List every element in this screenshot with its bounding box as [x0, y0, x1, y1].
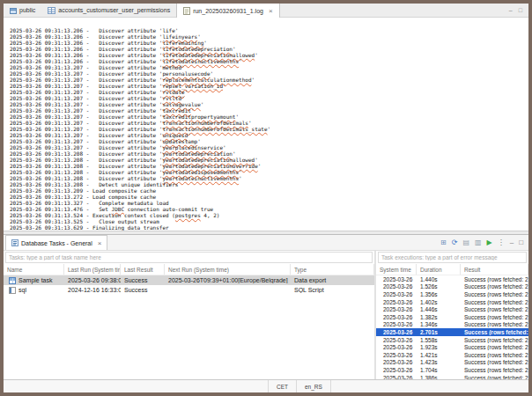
minimize-icon[interactable]: – — [510, 239, 514, 246]
log-line: 2025-03-26 09:31:13.207 - Discover attri… — [10, 132, 528, 138]
execution-row[interactable]: 2025-03-261.440sSuccess (rows fetched: 2 — [376, 275, 528, 283]
task-name: sql — [18, 287, 26, 293]
log-line: 2025-03-26 09:31:13.207 - Discover attri… — [10, 64, 528, 70]
editor-minimize-icon[interactable]: – — [509, 7, 513, 13]
log-line: 2025-03-26 09:31:13.208 - Discover attri… — [10, 169, 528, 175]
execution-row[interactable]: 2025-03-261.346sSuccess (rows fetched: 2 — [376, 321, 528, 329]
log-line: 2025-03-26 09:31:13.206 - Discover attri… — [10, 27, 528, 33]
panel-close-icon[interactable]: × — [98, 239, 102, 247]
execution-row[interactable]: 2025-03-261.402sSuccess (rows fetched: 2 — [376, 298, 528, 306]
execution-row[interactable]: 2025-03-261.382sSuccess (rows fetched: 2 — [376, 313, 528, 321]
execution-row[interactable]: 2025-03-261.446sSuccess (rows fetched: 2 — [376, 305, 528, 313]
execution-row[interactable]: 2025-03-261.421sSuccess (rows fetched: 2 — [376, 351, 528, 359]
execution-duration-cell: 1.440s — [417, 276, 461, 282]
sql-script-icon — [9, 287, 16, 294]
executions-filter-input[interactable] — [378, 252, 527, 263]
column-header[interactable]: Result — [461, 264, 528, 275]
execution-result-cell: Success (rows fetched: 2 — [461, 352, 528, 358]
task-row[interactable]: sql2024-12-16 16:33:00SuccessSQL Script — [4, 285, 374, 295]
status-spacer — [4, 380, 269, 392]
editor-maximize-icon[interactable]: □ — [519, 7, 522, 13]
task-type-cell: SQL Script — [291, 287, 374, 293]
executions-pane: System timeDurationResult 2025-03-261.44… — [376, 251, 528, 379]
tasks-filter-input[interactable] — [5, 252, 373, 263]
execution-row[interactable]: 2025-03-261.526sSuccess (rows fetched: 2 — [376, 283, 528, 291]
editor-window-buttons: – □ — [509, 4, 528, 17]
execution-row[interactable]: 2025-03-261.423sSuccess (rows fetched: 2 — [376, 359, 528, 367]
execution-duration-cell: 1.421s — [417, 352, 461, 358]
execution-duration-cell: 1.558s — [417, 337, 461, 343]
panel-body: NameLast Run (System time)Last ResultNex… — [4, 251, 528, 379]
tab-run-log[interactable]: run_202503260931_1.log × — [176, 4, 279, 18]
column-header[interactable]: Next Run (System time) — [165, 264, 291, 275]
log-line: 2025-03-26 09:31:13.207 - Discover attri… — [10, 126, 528, 132]
execution-row[interactable]: 2025-03-261.356sSuccess (rows fetched: 2 — [376, 290, 528, 298]
execution-row[interactable]: 2025-03-261.704sSuccess (rows fetched: 2 — [376, 366, 528, 374]
log-line: 2025-03-26 09:31:13.206 - Discover attri… — [10, 40, 528, 46]
log-line: 2025-03-26 09:31:13.207 - Discover attri… — [10, 83, 528, 89]
execution-time-cell: 2025-03-26 — [376, 299, 417, 305]
schema-icon — [10, 7, 17, 14]
log-line: 2025-03-26 09:31:13.207 - Discover attri… — [10, 101, 528, 107]
column-header[interactable]: Last Result — [121, 264, 165, 275]
execution-row[interactable]: 2025-03-261.923sSuccess (rows fetched: 2 — [376, 343, 528, 351]
task-row[interactable]: Sample task2025-03-26 09:38:00Success202… — [4, 275, 374, 285]
log-line: 2025-03-26 09:31:13.524 - Execution cont… — [10, 212, 528, 218]
log-line: 2025-03-26 09:31:13.207 - Discover attri… — [10, 138, 528, 144]
new-task-icon[interactable]: ⊞ — [440, 239, 447, 246]
editor-tab-bar: public accounts_customuser_user_permissi… — [4, 4, 528, 18]
task-next-run-cell: 2025-03-26T09:39+01:00[Europe/Belgrade] — [165, 277, 291, 283]
column-header[interactable]: Name — [4, 264, 64, 275]
execution-duration-cell: 1.704s — [417, 367, 461, 373]
task-last-run-cell: 2025-03-26 09:38:00 — [64, 277, 121, 283]
execution-duration-cell: 1.402s — [417, 299, 461, 305]
task-name: Sample task — [18, 277, 53, 283]
column-header[interactable]: Duration — [417, 264, 461, 275]
execution-result-cell: Success (rows fetched: 2 — [461, 344, 528, 350]
tab-database-tasks-general[interactable]: Database Tasks - General × — [5, 235, 107, 250]
tab-close-icon[interactable]: × — [269, 7, 273, 15]
execution-row[interactable]: 2025-03-261.558sSuccess (rows fetched: 2 — [376, 336, 528, 344]
execution-time-cell: 2025-03-26 — [376, 352, 417, 358]
log-line: 2025-03-26 09:31:13.208 - Discover attri… — [10, 150, 528, 157]
execution-row[interactable]: 2025-03-262.701sSuccess (rows fetched: 2 — [376, 328, 528, 336]
column-header[interactable]: Last Run (System time) — [64, 264, 121, 275]
execution-duration-cell: 1.423s — [417, 359, 461, 365]
maximize-icon[interactable]: □ — [519, 239, 523, 246]
tab-accounts-customuser-user-permissions[interactable]: accounts_customuser_user_permissions — [41, 4, 176, 17]
column-header[interactable]: System time — [376, 264, 417, 275]
execution-time-cell: 2025-03-26 — [376, 314, 417, 320]
clipboard-icon[interactable]: ▥ — [475, 239, 482, 246]
log-line: 2025-03-26 09:31:13.207 - Discover attri… — [10, 89, 528, 95]
refresh-icon[interactable]: ⟳ — [452, 239, 458, 246]
execution-result-cell: Success (rows fetched: 2 — [461, 299, 528, 305]
task-type-cell: Data export — [291, 277, 374, 283]
execution-duration-cell: 1.356s — [417, 291, 461, 297]
task-name-cell: sql — [4, 287, 64, 294]
run-task-icon[interactable]: ▶ — [487, 239, 492, 246]
log-line: 2025-03-26 09:31:13.207 - Discover attri… — [10, 107, 528, 114]
execution-result-cell: Success (rows fetched: 2 — [461, 306, 528, 312]
execution-time-cell: 2025-03-26 — [376, 329, 417, 335]
execution-time-cell: 2025-03-26 — [376, 337, 417, 343]
execution-duration-cell: 1.923s — [417, 344, 461, 350]
table-icon — [48, 7, 55, 14]
log-line: 2025-03-26 09:31:13.206 - Discover attri… — [10, 52, 528, 58]
log-line: 2025-03-26 09:31:13.476 - Set JDBC conne… — [10, 206, 528, 212]
execution-result-cell: Success (rows fetched: 2 — [461, 337, 528, 343]
execution-time-cell: 2025-03-26 — [376, 321, 417, 327]
execution-result-cell: Success (rows fetched: 2 — [461, 314, 528, 320]
log-editor[interactable]: 2025-03-26 09:31:13.206 - Discover attri… — [4, 18, 528, 231]
tasks-table-body: Sample task2025-03-26 09:38:00Success202… — [4, 275, 374, 295]
database-tasks-icon — [11, 239, 18, 246]
view-menu-icon[interactable]: ⋮ — [498, 239, 505, 246]
column-header[interactable]: Type — [291, 264, 374, 275]
status-bar: CET en_RS — [4, 379, 528, 392]
execution-result-cell: Success (rows fetched: 2 — [461, 283, 528, 290]
task-last-run-cell: 2024-12-16 16:33:00 — [64, 287, 121, 293]
print-icon[interactable]: ▤ — [462, 239, 469, 246]
tab-public[interactable]: public — [4, 4, 41, 17]
tasks-table-header: NameLast Run (System time)Last ResultNex… — [4, 264, 374, 275]
tab-label: run_202503260931_1.log — [193, 8, 263, 14]
log-line: 2025-03-26 09:31:13.208 - Detect unique … — [10, 181, 528, 187]
